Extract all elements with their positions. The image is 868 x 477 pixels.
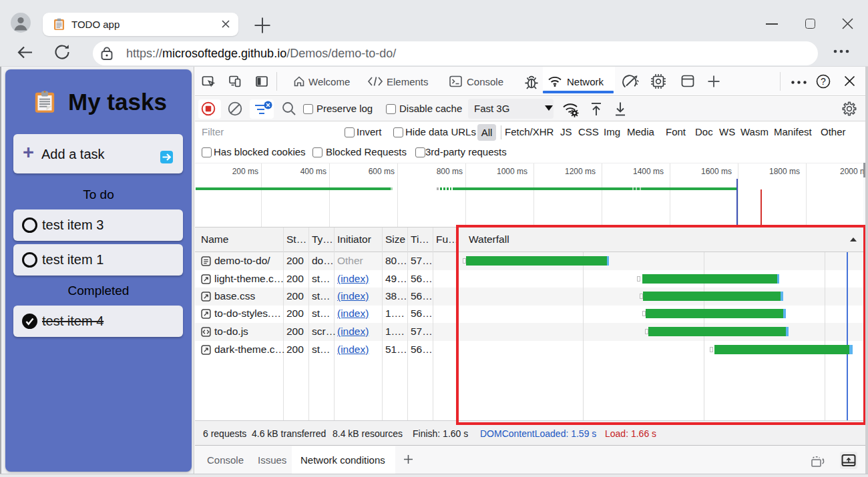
svg-text:?: ? (821, 76, 826, 87)
